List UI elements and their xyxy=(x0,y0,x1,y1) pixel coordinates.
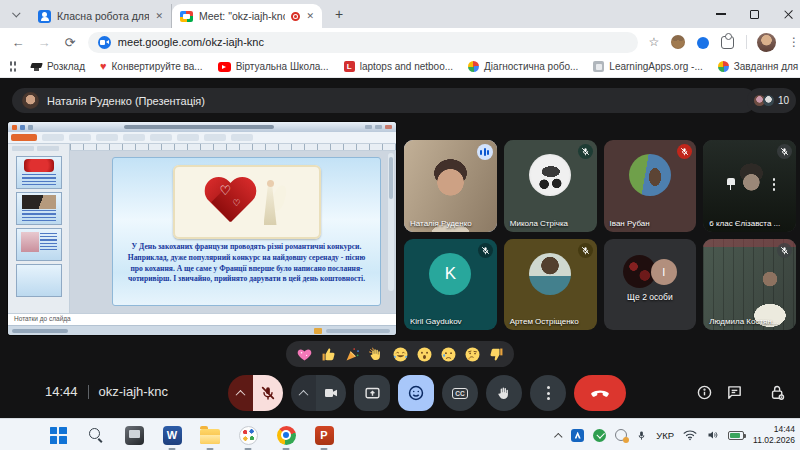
mic-mute-button[interactable] xyxy=(253,375,283,411)
tray-mic-icon[interactable] xyxy=(636,429,647,442)
wifi-icon[interactable] xyxy=(683,429,697,441)
participant-name: Іван Рубан xyxy=(610,219,650,228)
bookmark-star-icon[interactable]: ☆ xyxy=(648,35,659,49)
extensions-puzzle-icon[interactable] xyxy=(721,36,734,49)
sync-icon[interactable] xyxy=(615,429,627,441)
mic-options-button[interactable] xyxy=(228,375,253,411)
new-tab-button[interactable]: + xyxy=(330,6,348,22)
tray-clock[interactable]: 14:44 11.02.2026 xyxy=(753,424,795,446)
participant-name: Артем Остріщенко xyxy=(510,317,579,326)
participant-tile[interactable]: K Kiril Gaydukov xyxy=(404,239,497,331)
bookmark-item[interactable]: Віртуальна Школа... xyxy=(218,61,329,72)
tray-date: 11.02.2026 xyxy=(753,435,795,446)
thumbs-down-icon[interactable] xyxy=(488,346,505,363)
start-button[interactable] xyxy=(46,423,70,447)
participant-tile[interactable]: Микола Стрічка xyxy=(504,140,597,232)
taskbar-word[interactable]: W xyxy=(160,423,184,447)
bookmark-label: Завдання для 2 кла... xyxy=(734,61,800,72)
taskbar-paint[interactable] xyxy=(236,423,260,447)
tab-meet[interactable]: Meet: "okz-iajh-knc" ✕ xyxy=(172,4,322,28)
meeting-details-button[interactable] xyxy=(696,384,713,405)
bookmark-label: Розклад xyxy=(47,61,85,72)
bookmark-item[interactable]: LearningApps.org -... xyxy=(593,61,702,72)
raise-hand-button[interactable] xyxy=(486,375,522,411)
participant-tile[interactable]: Іван Рубан xyxy=(604,140,697,232)
battery-icon[interactable] xyxy=(728,431,744,440)
participant-tile[interactable]: Людмила Костян... xyxy=(703,239,796,331)
search-icon xyxy=(89,428,103,442)
tab-classroom[interactable]: Класна робота для курсу "6-Б ✕ xyxy=(30,4,172,28)
taskbar-app-dark[interactable] xyxy=(122,423,146,447)
maximize-icon xyxy=(375,125,382,129)
surprised-face-icon[interactable] xyxy=(416,346,433,363)
close-tab-icon[interactable]: ✕ xyxy=(306,11,314,21)
reload-icon[interactable]: ⟳ xyxy=(62,35,78,50)
thinking-face-icon[interactable] xyxy=(464,346,481,363)
extension-icon[interactable] xyxy=(671,35,685,49)
classroom-favicon xyxy=(38,10,51,23)
slide-thumbnail xyxy=(16,264,62,297)
mic-muted-icon xyxy=(478,243,493,258)
address-bar[interactable]: meet.google.com/okz-iajh-knc xyxy=(88,32,639,53)
pin-icon[interactable] xyxy=(726,178,736,190)
thumbs-up-icon[interactable] xyxy=(320,346,337,363)
raise-hand-icon xyxy=(496,385,512,401)
browser-menu-icon[interactable]: ⋮ xyxy=(788,35,800,49)
taskbar-search-button[interactable] xyxy=(84,423,108,447)
taskbar-powerpoint[interactable]: P xyxy=(312,423,336,447)
url-text: meet.google.com/okz-iajh-knc xyxy=(118,36,264,48)
taskbar-file-explorer[interactable] xyxy=(198,423,222,447)
camera-button[interactable] xyxy=(316,375,346,411)
apps-grid-icon[interactable] xyxy=(10,61,16,72)
participant-name: Микола Стрічка xyxy=(510,219,568,228)
antivirus-shield-icon[interactable] xyxy=(593,429,606,442)
close-tab-icon[interactable]: ✕ xyxy=(155,11,163,21)
camera-options-button[interactable] xyxy=(291,375,316,411)
bookmark-item[interactable]: Llaptops and netboo... xyxy=(344,61,453,72)
pinwheel-icon xyxy=(718,61,729,72)
language-indicator[interactable]: УКР xyxy=(656,430,674,441)
present-screen-button[interactable] xyxy=(354,375,390,411)
ribbon-tab xyxy=(42,134,64,141)
app-icon xyxy=(593,61,604,72)
sparkling-heart-icon[interactable] xyxy=(296,346,313,363)
end-call-button[interactable] xyxy=(574,375,626,411)
participant-name: Kiril Gaydukov xyxy=(410,317,462,326)
laughing-face-icon[interactable] xyxy=(392,346,409,363)
participant-tile-overflow[interactable]: I Ще 2 особи xyxy=(604,239,697,331)
participant-tile[interactable]: Артем Остріщенко xyxy=(504,239,597,331)
bookmark-item[interactable]: ♥Конвертируйте ва... xyxy=(100,61,203,72)
bookmark-item[interactable]: Розклад xyxy=(31,61,85,72)
mic-muted-icon xyxy=(677,144,692,159)
bookmark-item[interactable]: Завдання для 2 кла... xyxy=(718,61,800,72)
maximize-icon[interactable] xyxy=(750,10,759,19)
back-icon[interactable]: ← xyxy=(10,35,26,50)
party-popper-icon[interactable] xyxy=(344,346,361,363)
thumbnail-image xyxy=(22,195,56,209)
participant-count-value: 10 xyxy=(778,95,789,106)
participant-tile[interactable]: Наталія Руденко xyxy=(404,140,497,232)
reactions-button[interactable] xyxy=(398,375,434,411)
captions-button[interactable]: CC xyxy=(442,375,478,411)
more-options-button[interactable] xyxy=(530,375,566,411)
clapping-hands-icon[interactable] xyxy=(368,346,385,363)
volume-icon[interactable] xyxy=(706,429,719,441)
extension-icon[interactable] xyxy=(697,37,709,49)
bookmark-item[interactable]: Діагностична робо... xyxy=(468,61,578,72)
close-window-icon[interactable] xyxy=(783,9,794,20)
crying-face-icon[interactable] xyxy=(440,346,457,363)
tray-app-icon[interactable] xyxy=(571,429,584,442)
ribbon-tab xyxy=(69,134,91,141)
forward-icon[interactable]: → xyxy=(36,35,52,50)
taskbar-chrome[interactable] xyxy=(274,423,298,447)
tray-expand-icon[interactable] xyxy=(554,433,562,441)
chat-button[interactable] xyxy=(726,384,743,405)
status-text-placeholder xyxy=(12,329,68,333)
more-options-icon[interactable] xyxy=(773,178,776,193)
tab-search-button[interactable] xyxy=(8,6,26,22)
profile-avatar[interactable] xyxy=(757,33,776,52)
minimize-icon[interactable] xyxy=(716,13,726,15)
participant-count[interactable]: 10 xyxy=(747,88,796,113)
host-controls-button[interactable] xyxy=(769,384,786,405)
participant-tile[interactable]: 6 клас Єлізавста ... xyxy=(703,140,796,232)
